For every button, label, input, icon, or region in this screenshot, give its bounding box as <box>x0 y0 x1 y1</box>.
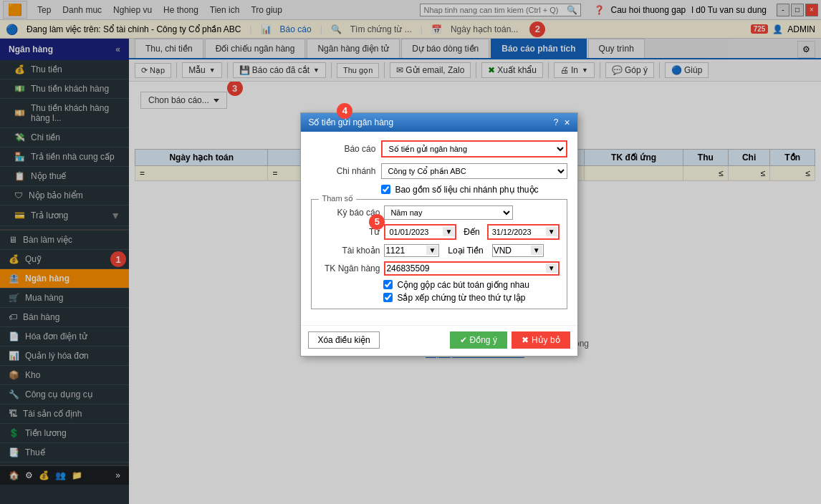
params-section: Tham số Kỳ báo cáo Năm nay Từ ▼ Đến <box>311 199 567 309</box>
tknganh-label: TK Ngân hàng <box>319 263 380 273</box>
chinhanh-row: Chi nhánh Công ty Cổ phần ABC <box>311 163 567 179</box>
huy-bo-button[interactable]: ✖ Hủy bỏ <box>512 331 570 349</box>
dong-y-button[interactable]: ✔ Đồng ý <box>450 331 507 349</box>
huybo-x-icon: ✖ <box>522 335 529 345</box>
chinhanh-label: Chi nhánh <box>311 166 375 176</box>
dialog: Số tiền gửi ngân hàng ? × 4 Báo cáo Số t… <box>300 112 577 357</box>
tknganh-input[interactable] <box>386 263 544 273</box>
include-label: Bao gồm số liệu chi nhánh phụ thuộc <box>395 185 538 195</box>
tknganh-row: TK Ngân hàng ▼ <box>319 261 559 276</box>
taikhoan-input[interactable] <box>385 246 425 256</box>
tu-dropdown-button[interactable]: ▼ <box>443 227 454 236</box>
step4-container: 4 <box>337 103 352 119</box>
conggop-checkbox[interactable] <box>383 280 393 289</box>
step-badge-5: 5 <box>369 214 385 230</box>
taikhoan-label: Tài khoản <box>319 246 380 256</box>
dialog-close-button[interactable]: × <box>564 117 570 128</box>
tu-input[interactable] <box>386 226 440 238</box>
taikhoan-dropdown-button[interactable]: ▼ <box>426 246 438 255</box>
dialog-question-button[interactable]: ? <box>554 117 559 127</box>
dialog-overlay[interactable]: Số tiền gửi ngân hàng ? × 4 Báo cáo Số t… <box>0 0 821 504</box>
dialog-footer: Xóa điều kiện ✔ Đồng ý ✖ Hủy bỏ <box>301 325 577 356</box>
den-input[interactable] <box>489 226 543 238</box>
sapxep-row: Sắp xếp chứng từ theo thứ tự lập <box>383 293 559 303</box>
tu-label: Từ <box>319 227 380 237</box>
include-checkbox[interactable] <box>381 185 390 194</box>
params-title: Tham số <box>319 194 356 203</box>
den-dropdown-button[interactable]: ▼ <box>546 227 557 236</box>
include-checkbox-row: Bao gồm số liệu chi nhánh phụ thuộc <box>381 185 567 195</box>
kybao-select[interactable]: Năm nay <box>384 205 513 220</box>
baocao-select[interactable]: Số tiền gửi ngân hàng <box>381 140 567 158</box>
footer-buttons: ✔ Đồng ý ✖ Hủy bỏ <box>450 331 570 349</box>
tknganh-dropdown-button[interactable]: ▼ <box>546 263 557 273</box>
loaitien-input[interactable] <box>494 246 529 256</box>
baocao-row: Báo cáo Số tiền gửi ngân hàng <box>311 140 567 158</box>
loaitien-label: Loại Tiền <box>448 246 483 256</box>
dongY-check-icon: ✔ <box>460 335 467 345</box>
den-label: Đến <box>464 227 479 237</box>
conggop-row: Cộng gộp các bút toán giống nhau <box>383 280 559 290</box>
taikhoan-row: Tài khoản ▼ Loại Tiền ▼ <box>319 244 559 257</box>
sapxep-checkbox[interactable] <box>383 293 393 302</box>
dialog-body: Báo cáo Số tiền gửi ngân hàng Chi nhánh … <box>301 132 577 325</box>
chinhanh-select[interactable]: Công ty Cổ phần ABC <box>381 163 567 179</box>
xoa-dieu-kien-button[interactable]: Xóa điều kiện <box>308 331 379 349</box>
dialog-title-text: Số tiền gửi ngân hàng <box>308 117 393 127</box>
loaitien-dropdown-button[interactable]: ▼ <box>531 246 542 255</box>
kybao-row: Kỳ báo cáo Năm nay <box>319 205 559 220</box>
step-badge-4: 4 <box>337 103 352 119</box>
baocao-label: Báo cáo <box>311 144 375 154</box>
conggop-label: Cộng gộp các bút toán giống nhau <box>397 280 529 290</box>
sapxep-label: Sắp xếp chứng từ theo thứ tự lập <box>397 293 525 303</box>
tuden-row: Từ ▼ Đến ▼ 5 <box>319 224 559 240</box>
